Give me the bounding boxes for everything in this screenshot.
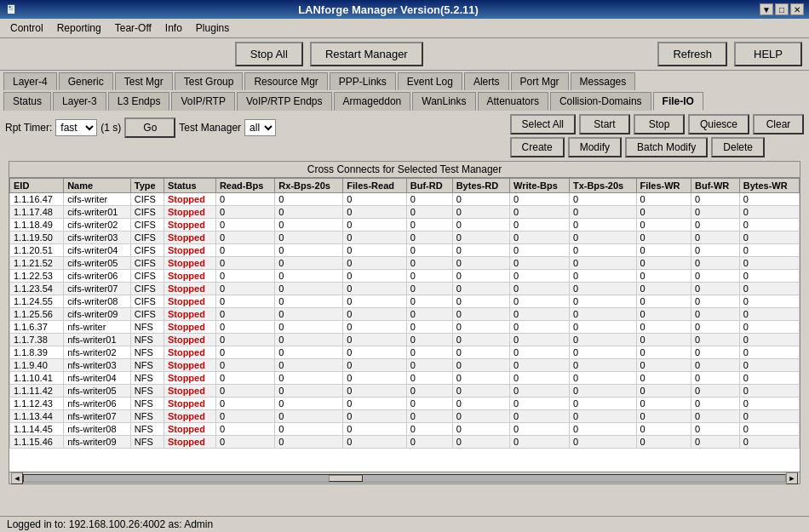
table-row[interactable]: 1.1.12.43nfs-writer06NFSStopped000000000… bbox=[10, 398, 800, 410]
status-text: Logged in to: 192.168.100.26:4002 as: Ad… bbox=[7, 518, 213, 530]
tab-test-mgr[interactable]: Test Mgr bbox=[115, 72, 173, 90]
content-area: Rpt Timer: fast slow (1 s) Go Test Manag… bbox=[0, 111, 809, 488]
refresh-button[interactable]: Refresh bbox=[657, 42, 727, 66]
col-read-bps: Read-Bps bbox=[215, 179, 274, 193]
col-bytes-rd: Bytes-RD bbox=[452, 179, 509, 193]
menu-plugins[interactable]: Plugins bbox=[189, 20, 236, 36]
select-all-button[interactable]: Select All bbox=[510, 114, 576, 134]
scrollbar-thumb[interactable] bbox=[329, 475, 363, 482]
window-controls[interactable]: ▼ □ ✕ bbox=[760, 3, 804, 15]
table-row[interactable]: 1.1.23.54cifs-writer07CIFSStopped0000000… bbox=[10, 283, 800, 295]
tab-voip-rtp[interactable]: VoIP/RTP bbox=[171, 92, 234, 111]
table-row[interactable]: 1.1.18.49cifs-writer02CIFSStopped0000000… bbox=[10, 219, 800, 232]
start-button[interactable]: Start bbox=[579, 114, 630, 134]
col-files-wr: Files-WR bbox=[636, 179, 691, 193]
quiesce-button[interactable]: Quiesce bbox=[688, 114, 749, 134]
batch-modify-button[interactable]: Batch Modify bbox=[625, 137, 708, 157]
table-row[interactable]: 1.1.8.39nfs-writer02NFSStopped0000000000 bbox=[10, 346, 800, 359]
title-bar: 🖥 LANforge Manager Version(5.2.11) ▼ □ ✕ bbox=[0, 0, 809, 19]
app-icon: 🖥 bbox=[5, 3, 17, 16]
tab-l3-endps[interactable]: L3 Endps bbox=[108, 92, 170, 111]
tab-file-io[interactable]: File-IO bbox=[653, 92, 703, 111]
col-name: Name bbox=[64, 179, 131, 193]
rpt-timer-label: Rpt Timer: bbox=[5, 122, 52, 134]
col-eid: EID bbox=[10, 179, 64, 193]
rpt-timer-suffix: (1 s) bbox=[100, 122, 121, 134]
tab-messages[interactable]: Messages bbox=[571, 72, 636, 90]
table-row[interactable]: 1.1.14.45nfs-writer08NFSStopped000000000… bbox=[10, 423, 800, 436]
table-row[interactable]: 1.1.21.52cifs-writer05CIFSStopped0000000… bbox=[10, 257, 800, 270]
scroll-left-button[interactable]: ◄ bbox=[11, 472, 23, 484]
tab-layer4[interactable]: Layer-4 bbox=[3, 72, 57, 90]
delete-button[interactable]: Delete bbox=[711, 137, 765, 157]
tab-generic[interactable]: Generic bbox=[59, 72, 113, 90]
rpt-timer-row: Rpt Timer: fast slow (1 s) Go Test Manag… bbox=[5, 114, 276, 138]
tab-voip-rtp-endps[interactable]: VoIP/RTP Endps bbox=[237, 92, 332, 111]
col-files-read: Files-Read bbox=[343, 179, 406, 193]
tab-armageddon[interactable]: Armageddon bbox=[334, 92, 411, 111]
table-row[interactable]: 1.1.10.41nfs-writer04NFSStopped000000000… bbox=[10, 372, 800, 385]
table-row[interactable]: 1.1.16.47cifs-writerCIFSStopped000000000… bbox=[10, 193, 800, 206]
tab-collision-domains[interactable]: Collision-Domains bbox=[550, 92, 651, 111]
rpt-timer-select[interactable]: fast slow bbox=[55, 119, 97, 136]
col-buf-rd: Buf-RD bbox=[406, 179, 452, 193]
main-toolbar: Stop All Restart Manager Refresh HELP bbox=[0, 38, 809, 71]
table-row[interactable]: 1.1.11.42nfs-writer05NFSStopped000000000… bbox=[10, 385, 800, 398]
menu-reporting[interactable]: Reporting bbox=[50, 20, 108, 36]
create-button[interactable]: Create bbox=[510, 137, 565, 157]
table-row[interactable]: 1.1.22.53cifs-writer06CIFSStopped0000000… bbox=[10, 270, 800, 283]
go-button[interactable]: Go bbox=[124, 117, 175, 138]
restart-manager-button[interactable]: Restart Manager bbox=[310, 42, 423, 66]
menu-tearoff[interactable]: Tear-Off bbox=[108, 20, 158, 36]
table-row[interactable]: 1.1.7.38nfs-writer01NFSStopped0000000000 bbox=[10, 334, 800, 346]
tab-port-mgr[interactable]: Port Mgr bbox=[511, 72, 569, 90]
table-group-box: Cross Connects for Selected Test Manager… bbox=[9, 161, 800, 484]
table-row[interactable]: 1.1.19.50cifs-writer03CIFSStopped0000000… bbox=[10, 232, 800, 244]
scrollbar-track[interactable] bbox=[23, 474, 786, 483]
table-container[interactable]: EID Name Type Status Read-Bps Rx-Bps-20s… bbox=[9, 178, 800, 472]
menu-control[interactable]: Control bbox=[3, 20, 50, 36]
stop-all-button[interactable]: Stop All bbox=[235, 42, 303, 66]
table-header-row: EID Name Type Status Read-Bps Rx-Bps-20s… bbox=[10, 179, 800, 193]
table-row[interactable]: 1.1.17.48cifs-writer01CIFSStopped0000000… bbox=[10, 206, 800, 219]
tabs-row2: Status Layer-3 L3 Endps VoIP/RTP VoIP/RT… bbox=[0, 90, 809, 111]
table-row[interactable]: 1.1.15.46nfs-writer09NFSStopped000000000… bbox=[10, 436, 800, 449]
close-button[interactable]: ✕ bbox=[790, 3, 804, 15]
scroll-right-button[interactable]: ► bbox=[786, 472, 798, 484]
horizontal-scrollbar[interactable]: ◄ ► bbox=[9, 472, 800, 483]
tab-layer3[interactable]: Layer-3 bbox=[53, 92, 106, 111]
col-status: Status bbox=[164, 179, 215, 193]
cross-connects-table: EID Name Type Status Read-Bps Rx-Bps-20s… bbox=[9, 178, 800, 449]
col-write-bps: Write-Bps bbox=[510, 179, 570, 193]
table-row[interactable]: 1.1.20.51cifs-writer04CIFSStopped0000000… bbox=[10, 244, 800, 257]
tab-resource-mgr[interactable]: Resource Mgr bbox=[244, 72, 327, 90]
table-row[interactable]: 1.1.9.40nfs-writer03NFSStopped0000000000 bbox=[10, 359, 800, 372]
tab-wanlinks[interactable]: WanLinks bbox=[412, 92, 475, 111]
tab-status[interactable]: Status bbox=[3, 92, 51, 111]
col-tx-bps-20s: Tx-Bps-20s bbox=[569, 179, 636, 193]
stop-button[interactable]: Stop bbox=[634, 114, 685, 134]
action-buttons: Select All Start Stop Quiesce Clear Crea… bbox=[510, 114, 804, 157]
test-manager-select[interactable]: all bbox=[244, 119, 276, 136]
table-row[interactable]: 1.1.25.56cifs-writer09CIFSStopped0000000… bbox=[10, 308, 800, 321]
maximize-button[interactable]: □ bbox=[775, 3, 789, 15]
tab-event-log[interactable]: Event Log bbox=[398, 72, 462, 90]
table-title: Cross Connects for Selected Test Manager bbox=[9, 162, 800, 178]
col-buf-wr: Buf-WR bbox=[691, 179, 740, 193]
window-title: LANforge Manager Version(5.2.11) bbox=[17, 3, 760, 16]
table-row[interactable]: 1.1.24.55cifs-writer08CIFSStopped0000000… bbox=[10, 295, 800, 308]
tab-test-group[interactable]: Test Group bbox=[175, 72, 244, 90]
minimize-button[interactable]: ▼ bbox=[760, 3, 773, 15]
menu-bar: Control Reporting Tear-Off Info Plugins bbox=[0, 19, 809, 38]
help-button[interactable]: HELP bbox=[734, 42, 802, 66]
modify-button[interactable]: Modify bbox=[568, 137, 622, 157]
tab-attenuators[interactable]: Attenuators bbox=[478, 92, 548, 111]
tab-alerts[interactable]: Alerts bbox=[464, 72, 509, 90]
tab-ppp-links[interactable]: PPP-Links bbox=[330, 72, 396, 90]
menu-info[interactable]: Info bbox=[158, 20, 189, 36]
table-row[interactable]: 1.1.6.37nfs-writerNFSStopped0000000000 bbox=[10, 321, 800, 334]
clear-button[interactable]: Clear bbox=[753, 114, 804, 134]
table-row[interactable]: 1.1.13.44nfs-writer07NFSStopped000000000… bbox=[10, 410, 800, 423]
col-rx-bps-20s: Rx-Bps-20s bbox=[275, 179, 343, 193]
status-bar: Logged in to: 192.168.100.26:4002 as: Ad… bbox=[0, 516, 809, 532]
